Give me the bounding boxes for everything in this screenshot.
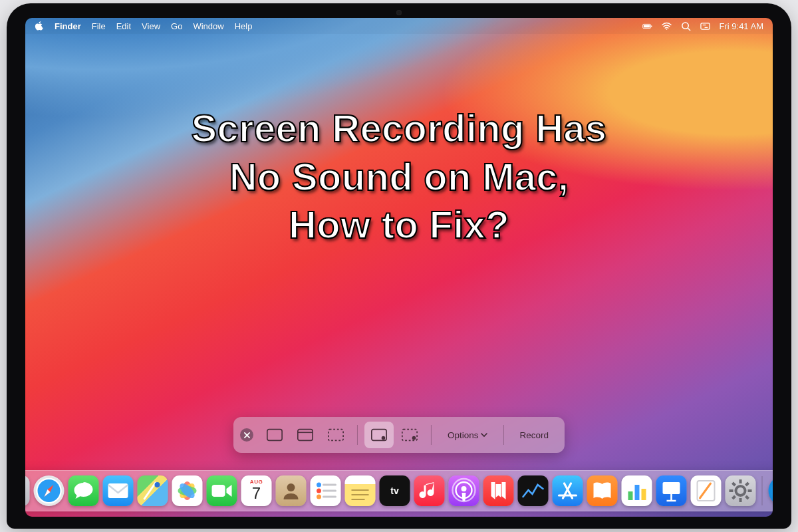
record-group	[364, 422, 424, 448]
svg-line-59	[700, 483, 711, 498]
chevron-down-icon	[481, 432, 487, 438]
dock-system-preferences-icon[interactable]	[726, 475, 756, 506]
options-button[interactable]: Options	[438, 422, 497, 448]
laptop-frame: Finder File Edit View Go Window Help	[7, 3, 791, 529]
dock-contacts-icon[interactable]	[276, 475, 307, 506]
dock-launchpad-icon[interactable]	[25, 475, 30, 506]
calendar-month: AUG	[250, 479, 263, 485]
svg-point-29	[155, 482, 160, 487]
dock-downloads-icon[interactable]	[769, 475, 773, 506]
svg-rect-28	[108, 483, 128, 498]
svg-point-61	[736, 486, 745, 495]
overlay-headline: Screen Recording Has No Sound on Mac, Ho…	[25, 104, 773, 249]
apple-menu-icon[interactable]	[35, 21, 44, 31]
record-label: Record	[520, 430, 549, 440]
dock-maps-icon[interactable]	[138, 475, 168, 506]
svg-rect-34	[212, 485, 225, 497]
svg-point-36	[287, 483, 295, 491]
wifi-icon[interactable]	[662, 21, 672, 31]
calendar-day: 7	[252, 484, 261, 503]
svg-line-69	[733, 496, 735, 499]
svg-text:tv: tv	[390, 485, 399, 496]
svg-point-3	[666, 29, 667, 30]
svg-rect-14	[329, 430, 343, 441]
svg-rect-1	[643, 25, 649, 27]
battery-icon[interactable]	[642, 21, 652, 31]
record-entire-screen-button[interactable]	[364, 422, 394, 448]
toolbar-separator	[503, 425, 504, 445]
svg-rect-2	[651, 25, 652, 27]
svg-point-47	[462, 486, 467, 491]
desktop: Finder File Edit View Go Window Help	[25, 18, 773, 517]
capture-group	[260, 422, 350, 448]
spotlight-icon[interactable]	[681, 21, 691, 31]
svg-rect-12	[298, 430, 313, 441]
dock-separator	[762, 476, 763, 505]
svg-rect-54	[635, 485, 640, 500]
svg-marker-35	[227, 485, 232, 497]
toolbar-separator	[357, 425, 358, 445]
control-center-icon[interactable]	[700, 21, 710, 31]
svg-point-16	[382, 436, 386, 440]
dock-photos-icon[interactable]	[172, 475, 203, 506]
dock: AUG 7 tv	[25, 470, 773, 511]
dock-facetime-icon[interactable]	[207, 475, 237, 506]
menu-item-file[interactable]: File	[92, 21, 106, 31]
svg-point-37	[317, 483, 321, 487]
svg-line-68	[746, 483, 749, 485]
screenshot-toolbar: Options Record	[233, 417, 565, 453]
svg-rect-53	[628, 491, 633, 500]
dock-podcasts-icon[interactable]	[449, 475, 479, 506]
svg-rect-6	[700, 23, 709, 29]
menu-item-view[interactable]: View	[142, 21, 160, 31]
dock-calendar-icon[interactable]: AUG 7	[241, 475, 272, 506]
record-button[interactable]: Record	[511, 422, 559, 448]
svg-point-41	[317, 495, 321, 499]
capture-window-button[interactable]	[291, 422, 320, 448]
toolbar-separator	[431, 425, 432, 445]
svg-point-39	[317, 489, 321, 493]
screenshot-close-button[interactable]	[240, 428, 253, 442]
svg-rect-55	[642, 489, 646, 500]
dock-stocks-icon[interactable]	[518, 475, 549, 506]
menu-app-name[interactable]: Finder	[55, 21, 81, 31]
svg-point-4	[682, 22, 688, 28]
menu-item-window[interactable]: Window	[193, 21, 223, 31]
options-label: Options	[448, 430, 479, 440]
dock-music-icon[interactable]	[414, 475, 445, 506]
dock-messages-icon[interactable]	[68, 475, 99, 506]
menu-item-help[interactable]: Help	[235, 21, 253, 31]
dock-pages-icon[interactable]	[691, 475, 722, 506]
menu-item-go[interactable]: Go	[171, 21, 182, 31]
svg-point-18	[412, 436, 416, 440]
laptop-camera	[396, 10, 402, 15]
dock-reminders-icon[interactable]	[311, 475, 341, 506]
svg-line-67	[746, 496, 749, 499]
svg-rect-11	[267, 430, 282, 441]
svg-rect-56	[663, 482, 680, 494]
svg-line-66	[733, 483, 735, 485]
dock-books-icon[interactable]	[587, 475, 618, 506]
dock-appstore-icon[interactable]	[553, 475, 583, 506]
dock-mail-icon[interactable]	[103, 475, 134, 506]
menu-clock[interactable]: Fri 9:41 AM	[720, 21, 763, 31]
svg-line-5	[688, 28, 690, 31]
dock-tv-icon[interactable]: tv	[380, 475, 410, 506]
dock-notes-icon[interactable]	[345, 475, 376, 506]
dock-news-icon[interactable]	[483, 475, 514, 506]
capture-entire-screen-button[interactable]	[260, 422, 289, 448]
menu-bar: Finder File Edit View Go Window Help	[25, 18, 773, 34]
record-selection-button[interactable]	[395, 422, 424, 448]
dock-keynote-icon[interactable]	[656, 475, 687, 506]
menu-item-edit[interactable]: Edit	[116, 21, 131, 31]
capture-selection-button[interactable]	[321, 422, 350, 448]
dock-safari-icon[interactable]	[34, 475, 65, 506]
dock-numbers-icon[interactable]	[622, 475, 652, 506]
